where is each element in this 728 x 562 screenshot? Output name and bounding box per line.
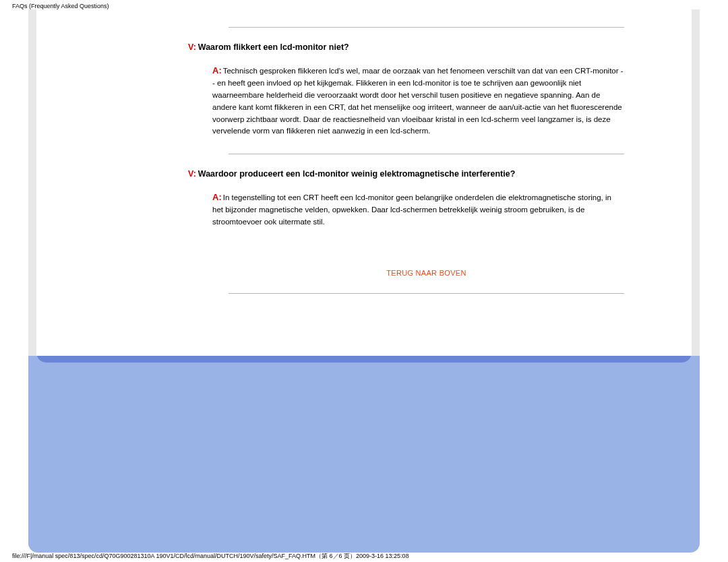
q-prefix: V: — [188, 169, 196, 179]
a-prefix: A: — [212, 192, 222, 202]
q-prefix: V: — [188, 42, 196, 52]
faq-item: V:Waardoor produceert een lcd-monitor we… — [188, 169, 624, 228]
divider — [229, 293, 624, 294]
faq-question: V:Waarom flikkert een lcd-monitor niet? — [188, 42, 624, 52]
faq-question-text: Waardoor produceert een lcd-monitor wein… — [198, 169, 515, 179]
faq-question-text: Waarom flikkert een lcd-monitor niet? — [198, 42, 349, 52]
outer-panel: V:Waarom flikkert een lcd-monitor niet? … — [28, 9, 700, 553]
content-area: V:Waarom flikkert een lcd-monitor niet? … — [188, 9, 624, 309]
back-to-top-wrap: TERUG NAAR BOVEN — [229, 245, 624, 293]
faq-answer: A:In tegenstelling tot een CRT heeft een… — [212, 191, 624, 228]
faq-answer: A:Technisch gesproken flikkeren lcd's we… — [212, 64, 624, 137]
divider — [229, 154, 624, 154]
faq-answer-text: Technisch gesproken flikkeren lcd's wel,… — [212, 67, 624, 135]
faq-answer-text: In tegenstelling tot een CRT heeft een l… — [212, 193, 611, 226]
content-card: V:Waarom flikkert een lcd-monitor niet? … — [36, 9, 692, 363]
divider — [229, 27, 624, 28]
footer-path: file:///F|/manual spec/813/spec/cd/Q70G9… — [12, 552, 409, 561]
page-header-title: FAQs (Frequently Asked Questions) — [0, 0, 728, 9]
back-to-top-link[interactable]: TERUG NAAR BOVEN — [386, 269, 466, 277]
a-prefix: A: — [212, 65, 222, 75]
card-accent — [36, 353, 692, 363]
faq-question: V:Waardoor produceert een lcd-monitor we… — [188, 169, 624, 179]
faq-item: V:Waarom flikkert een lcd-monitor niet? … — [188, 42, 624, 137]
